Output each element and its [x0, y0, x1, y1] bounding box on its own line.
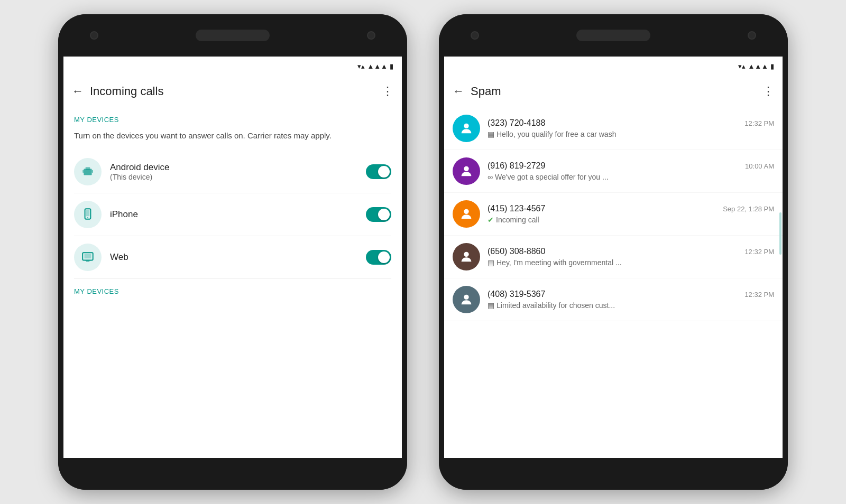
- svg-rect-8: [85, 254, 91, 258]
- svg-rect-5: [86, 210, 90, 216]
- contact-number-4: (650) 308-8860: [488, 247, 545, 256]
- contact-preview-4: ▤ Hey, I'm meeting with governmental ...: [488, 258, 774, 267]
- person-icon-4: [459, 249, 474, 264]
- svg-rect-10: [85, 260, 91, 260]
- phone-1-status-bar: ▾▴ ▲▲▲ ▮: [63, 57, 402, 76]
- svg-point-13: [464, 209, 468, 214]
- preview-text-3: Incoming call: [496, 216, 539, 224]
- spam-contact-5[interactable]: (408) 319-5367 12:32 PM ▤ Limited availa…: [444, 278, 783, 321]
- contact-info-1: (323) 720-4188 12:32 PM ▤ Hello, you qua…: [488, 118, 774, 138]
- scroll-indicator: [779, 212, 781, 255]
- contact-header-4: (650) 308-8860 12:32 PM: [488, 247, 774, 256]
- contact-info-4: (650) 308-8860 12:32 PM ▤ Hey, I'm meeti…: [488, 247, 774, 267]
- contact-time-1: 12:32 PM: [744, 119, 774, 127]
- svg-point-6: [87, 217, 88, 218]
- android-device-toggle[interactable]: [366, 164, 391, 179]
- spam-contact-4[interactable]: (650) 308-8860 12:32 PM ▤ Hey, I'm meeti…: [444, 236, 783, 278]
- spam-contact-1[interactable]: (323) 720-4188 12:32 PM ▤ Hello, you qua…: [444, 107, 783, 150]
- spam-page-title: Spam: [471, 85, 762, 98]
- svg-point-11: [464, 124, 468, 128]
- contact-preview-3: ✔ Incoming call: [488, 216, 774, 224]
- contact-header-3: (415) 123-4567 Sep 22, 1:28 PM: [488, 204, 774, 213]
- phone-1-camera-right: [367, 31, 375, 40]
- svg-rect-9: [86, 260, 90, 262]
- spam-more-options-button[interactable]: ⋮: [762, 85, 774, 98]
- contact-preview-1: ▤ Hello, you qualify for free a car wash: [488, 130, 774, 138]
- web-device-info: Web: [110, 252, 357, 263]
- phone-2-top: [439, 14, 788, 57]
- page-title: Incoming calls: [90, 85, 382, 98]
- msg-icon-5: ▤: [488, 301, 494, 310]
- iphone-device-toggle[interactable]: [366, 207, 391, 222]
- android-device-sub: (This device): [110, 173, 357, 181]
- phone-2-camera-right: [748, 31, 756, 40]
- phone-1-top: [58, 14, 407, 57]
- phone-2-camera-left: [471, 31, 479, 40]
- voicemail-icon-2: ∞: [488, 173, 493, 181]
- avatar-1: [453, 115, 480, 142]
- signal-icon-2: ▲▲▲: [748, 62, 768, 70]
- svg-point-14: [464, 252, 468, 257]
- preview-text-1: Hello, you qualify for free a car wash: [496, 130, 616, 138]
- preview-text-5: Limited availability for chosen cust...: [496, 301, 615, 310]
- svg-rect-1: [86, 167, 90, 170]
- contact-time-2: 10:00 AM: [745, 162, 774, 170]
- preview-text-4: Hey, I'm meeting with governmental ...: [496, 258, 622, 267]
- preview-text-2: We've got a special offer for you ...: [495, 173, 609, 181]
- spam-contact-3[interactable]: (415) 123-4567 Sep 22, 1:28 PM ✔ Incomin…: [444, 193, 783, 236]
- section-my-devices-header: MY DEVICES: [63, 107, 402, 126]
- iphone-device-icon: [74, 201, 102, 228]
- person-icon-3: [459, 207, 474, 221]
- msg-icon-1: ▤: [488, 130, 494, 138]
- contact-number-5: (408) 319-5367: [488, 290, 545, 299]
- android-icon: [81, 165, 95, 179]
- battery-icon: ▮: [390, 62, 393, 70]
- contact-number-3: (415) 123-4567: [488, 204, 545, 213]
- phone-2: ▾▴ ▲▲▲ ▮ ← Spam ⋮: [439, 14, 788, 490]
- phone-2-bottom: [439, 458, 788, 490]
- wifi-icon-2: ▾▴: [738, 62, 746, 70]
- device-row-web[interactable]: Web: [63, 236, 402, 278]
- iphone-device-info: iPhone: [110, 209, 357, 220]
- spam-back-button[interactable]: ←: [453, 85, 464, 98]
- phone-1-camera-left: [90, 31, 98, 40]
- phone-1-bottom: [58, 458, 407, 490]
- battery-icon-2: ▮: [770, 62, 774, 70]
- phone-1-speaker: [196, 30, 270, 41]
- contact-preview-5: ▤ Limited availability for chosen cust..…: [488, 301, 774, 310]
- phone-1-app-bar: ← Incoming calls ⋮: [63, 76, 402, 107]
- contact-info-3: (415) 123-4567 Sep 22, 1:28 PM ✔ Incomin…: [488, 204, 774, 224]
- phone-2-app-bar: ← Spam ⋮: [444, 76, 783, 107]
- call-icon-3: ✔: [488, 216, 494, 224]
- svg-point-15: [464, 295, 468, 300]
- spam-contact-2[interactable]: (916) 819-2729 10:00 AM ∞ We've got a sp…: [444, 150, 783, 193]
- device-row-android[interactable]: Android device (This device): [63, 151, 402, 193]
- contact-time-5: 12:32 PM: [744, 291, 774, 298]
- phone-2-status-bar: ▾▴ ▲▲▲ ▮: [444, 57, 783, 76]
- device-row-iphone[interactable]: iPhone: [63, 193, 402, 236]
- web-device-icon: [74, 244, 102, 271]
- person-icon-5: [459, 292, 474, 307]
- svg-rect-2: [82, 170, 84, 172]
- avatar-2: [453, 157, 480, 185]
- phone-1-screen: ▾▴ ▲▲▲ ▮ ← Incoming calls ⋮ MY DEVICES T…: [63, 57, 402, 458]
- section-my-devices-desc: Turn on the devices you want to answer c…: [63, 126, 402, 151]
- contact-number-2: (916) 819-2729: [488, 161, 545, 171]
- contact-preview-2: ∞ We've got a special offer for you ...: [488, 173, 774, 181]
- iphone-icon: [81, 208, 95, 221]
- svg-rect-3: [92, 170, 93, 172]
- contact-number-1: (323) 720-4188: [488, 118, 545, 128]
- more-options-button[interactable]: ⋮: [382, 85, 393, 98]
- person-icon-1: [459, 121, 474, 136]
- phone-1: ▾▴ ▲▲▲ ▮ ← Incoming calls ⋮ MY DEVICES T…: [58, 14, 407, 490]
- web-device-toggle[interactable]: [366, 250, 391, 265]
- phone-2-screen: ▾▴ ▲▲▲ ▮ ← Spam ⋮: [444, 57, 783, 458]
- contact-header-5: (408) 319-5367 12:32 PM: [488, 290, 774, 299]
- wifi-icon: ▾▴: [357, 62, 365, 70]
- back-button[interactable]: ←: [72, 85, 84, 98]
- contact-time-3: Sep 22, 1:28 PM: [723, 205, 774, 213]
- iphone-device-name: iPhone: [110, 209, 357, 220]
- web-device-name: Web: [110, 252, 357, 263]
- avatar-5: [453, 286, 480, 313]
- android-device-info: Android device (This device): [110, 162, 357, 181]
